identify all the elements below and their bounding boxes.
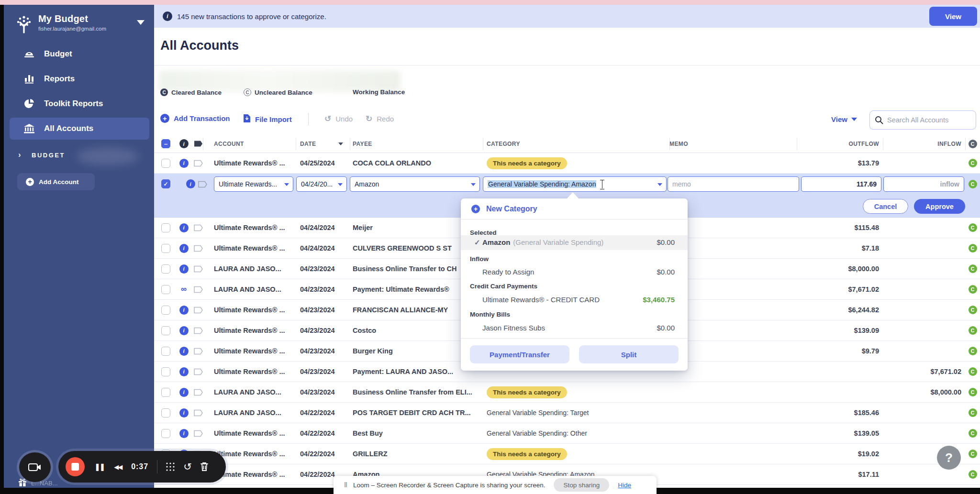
row-checkbox[interactable] — [161, 306, 170, 315]
row-checkbox[interactable] — [161, 159, 170, 168]
header-category[interactable]: CATEGORY — [483, 141, 669, 147]
cleared-status-icon[interactable]: C — [969, 470, 977, 479]
cleared-status-icon[interactable]: C — [969, 264, 977, 273]
info-icon[interactable]: i — [179, 408, 189, 417]
cleared-status-icon[interactable]: C — [969, 326, 977, 335]
approve-button[interactable]: Approve — [914, 199, 965, 214]
payment-transfer-button[interactable]: Payment/Transfer — [470, 345, 569, 363]
flag-icon[interactable] — [193, 389, 205, 396]
flag-icon[interactable] — [193, 245, 205, 252]
help-button[interactable]: ? — [937, 446, 961, 470]
payee-select[interactable]: Amazon — [350, 176, 480, 192]
row-checkbox[interactable] — [161, 429, 170, 438]
cleared-status-icon[interactable]: C — [969, 450, 977, 458]
account-select[interactable]: Ultimate Rewards... — [214, 176, 293, 192]
sidebar-item-reports[interactable]: Reports — [10, 68, 149, 90]
new-category-button[interactable]: + New Category — [461, 198, 688, 220]
hide-link[interactable]: Hide — [618, 482, 631, 489]
category-option-ultimate-rewards[interactable]: Ultimate Rewards® - CREDIT CARD $3,460.7… — [482, 296, 675, 304]
category-option-selected[interactable]: ✓ Amazon(General Variable Spending) $0.0… — [461, 235, 688, 250]
cleared-status-icon[interactable]: C — [969, 223, 977, 232]
sidebar-item-budget[interactable]: Budget — [10, 43, 149, 65]
cleared-status-icon[interactable]: C — [969, 306, 977, 314]
search-input[interactable] — [887, 116, 969, 124]
info-icon[interactable]: i — [179, 326, 189, 335]
add-transaction-button[interactable]: + Add Transaction — [160, 114, 230, 123]
category-value[interactable]: This needs a category — [487, 448, 567, 460]
transaction-row[interactable]: i LAURA AND JASO... 04/23/2024 Business … — [154, 382, 980, 403]
date-select[interactable]: 04/24/20... — [296, 176, 347, 192]
info-icon[interactable]: i — [179, 223, 189, 232]
cleared-status-icon[interactable]: C — [969, 159, 977, 167]
memo-field[interactable] — [668, 176, 799, 192]
cleared-status-icon[interactable]: C — [969, 367, 977, 376]
sidebar-section-budget[interactable]: › BUDGET — [4, 146, 154, 165]
row-checkbox[interactable] — [161, 244, 170, 253]
row-checkbox[interactable]: ✓ — [161, 179, 170, 188]
flag-icon[interactable] — [193, 327, 205, 334]
transaction-row[interactable]: i LAURA AND JASO... 04/22/2024 POS TARGE… — [154, 403, 980, 423]
row-checkbox[interactable] — [161, 264, 170, 274]
restart-icon[interactable]: ↺ — [183, 461, 192, 472]
cleared-status-icon[interactable]: C — [969, 180, 977, 188]
memo-input[interactable] — [668, 177, 799, 191]
flag-icon[interactable] — [193, 265, 205, 273]
header-memo[interactable]: MEMO — [669, 141, 797, 147]
outflow-input[interactable] — [802, 177, 881, 191]
header-date[interactable]: DATE — [296, 140, 350, 148]
header-account[interactable]: ACCOUNT — [214, 141, 296, 147]
outflow-field[interactable] — [801, 176, 881, 192]
info-icon[interactable]: i — [186, 179, 195, 188]
select-all-checkbox[interactable]: – — [161, 139, 170, 148]
row-checkbox[interactable] — [161, 326, 170, 335]
sidebar-item-toolkit-reports[interactable]: Toolkit Reports — [10, 93, 149, 115]
info-icon[interactable]: i — [179, 159, 189, 168]
trash-icon[interactable] — [200, 461, 209, 472]
cancel-button[interactable]: Cancel — [863, 199, 908, 214]
info-icon[interactable]: i — [179, 367, 189, 376]
view-menu-button[interactable]: View — [831, 115, 857, 124]
header-inflow[interactable]: INFLOW — [883, 141, 965, 147]
header-outflow[interactable]: OUTFLOW — [797, 141, 883, 147]
rewind-icon[interactable]: ◀◀ — [114, 463, 122, 471]
transaction-row[interactable]: i Ultimate Rewards® ... 04/25/2024 COCA … — [154, 153, 980, 174]
pause-icon[interactable]: ❚❚ — [94, 462, 104, 471]
info-icon[interactable]: i — [179, 244, 189, 253]
split-button[interactable]: Split — [579, 345, 679, 363]
row-checkbox[interactable] — [161, 388, 170, 397]
flag-icon[interactable] — [193, 430, 205, 437]
flag-icon[interactable] — [193, 224, 205, 231]
cleared-status-icon[interactable]: C — [969, 388, 977, 396]
info-icon[interactable]: i — [179, 429, 189, 438]
cleared-status-icon[interactable]: C — [969, 347, 977, 355]
header-payee[interactable]: PAYEE — [350, 141, 483, 147]
flag-icon[interactable] — [193, 368, 205, 375]
file-import-button[interactable]: File Import — [243, 114, 292, 124]
category-option-jason-fitness[interactable]: Jason Fitness Subs $0.00 — [482, 324, 675, 332]
search-box[interactable] — [869, 110, 976, 130]
info-icon[interactable]: i — [179, 306, 189, 315]
stop-sharing-button[interactable]: Stop sharing — [554, 478, 609, 492]
cleared-status-icon[interactable]: C — [969, 429, 977, 438]
category-select[interactable]: General Variable Spending: Amazon — [483, 176, 667, 192]
inflow-field[interactable] — [883, 176, 964, 192]
cleared-status-icon[interactable]: C — [969, 408, 977, 417]
category-value[interactable]: This needs a category — [487, 386, 567, 398]
flag-icon[interactable] — [198, 181, 209, 188]
inflow-input[interactable] — [884, 177, 964, 191]
row-checkbox[interactable] — [161, 347, 170, 356]
undo-button[interactable]: ↺ Undo — [324, 114, 353, 124]
cleared-status-icon[interactable]: C — [969, 285, 977, 294]
category-value[interactable]: General Variable Spending: Other — [487, 429, 587, 437]
flag-icon[interactable] — [193, 307, 205, 314]
stop-recording-button[interactable] — [66, 457, 85, 476]
banner-view-button[interactable]: View — [929, 7, 977, 26]
flag-icon[interactable] — [193, 286, 205, 293]
category-option-ready-to-assign[interactable]: Ready to Assign $0.00 — [482, 268, 675, 276]
redo-button[interactable]: ↻ Redo — [366, 114, 394, 124]
row-checkbox[interactable] — [161, 408, 170, 417]
row-checkbox[interactable] — [161, 223, 170, 232]
category-value[interactable]: General Variable Spending: Target — [487, 409, 589, 417]
transaction-row[interactable]: i Ultimate Rewards® ... 04/22/2024 Best … — [154, 423, 980, 444]
flag-icon[interactable] — [193, 160, 205, 167]
